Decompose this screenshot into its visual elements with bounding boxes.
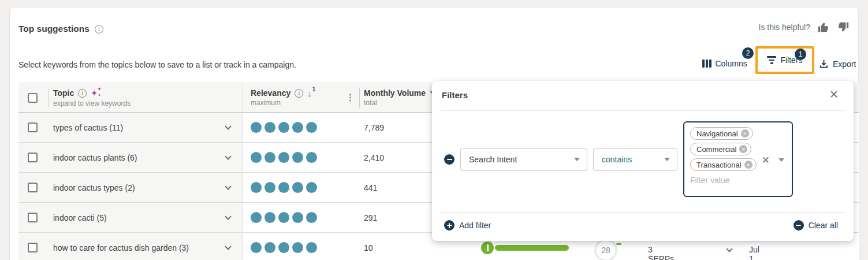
- clear-all-label: Clear all: [809, 221, 838, 230]
- relevancy-dots: [251, 242, 317, 253]
- topic-cell[interactable]: indoor cacti (5): [49, 203, 243, 232]
- relevancy-dots: [251, 182, 317, 193]
- monthly-volume-value: 7,789: [364, 123, 384, 132]
- filter-field-value: Search Intent: [469, 155, 517, 164]
- monthly-volume-value: 10: [364, 243, 373, 252]
- remove-tag-icon[interactable]: [744, 161, 752, 169]
- relevancy-dot: [292, 182, 303, 193]
- caret-down-icon: [574, 158, 580, 161]
- chevron-down-icon[interactable]: [225, 183, 231, 190]
- relevancy-dot: [278, 122, 289, 133]
- remove-filter-rule-button[interactable]: [444, 154, 455, 165]
- topic-header-sublabel: expand to view keywords: [53, 99, 131, 107]
- thumbs-up-icon[interactable]: [817, 21, 830, 34]
- clear-values-icon[interactable]: ✕: [762, 155, 770, 165]
- sort-rank: 1: [312, 87, 316, 92]
- filter-value-tag: Commercial: [690, 143, 751, 155]
- chevron-down-icon[interactable]: [225, 153, 231, 159]
- chevron-down-icon[interactable]: [225, 123, 231, 129]
- kebab-menu-icon[interactable]: [349, 94, 351, 102]
- topic-cell[interactable]: types of cactus (11): [49, 113, 243, 142]
- row-checkbox[interactable]: [28, 213, 38, 222]
- chevron-down-icon[interactable]: [225, 213, 231, 220]
- relevancy-dot: [278, 212, 289, 223]
- topic-label: indoor cactus plants (6): [53, 153, 137, 162]
- topic-label: types of cactus (11): [53, 123, 123, 132]
- export-button[interactable]: Export: [819, 59, 856, 69]
- clear-all-button[interactable]: Clear all: [794, 220, 838, 231]
- row-checkbox[interactable]: [28, 122, 38, 132]
- topic-cell[interactable]: indoor cactus types (2): [49, 173, 243, 202]
- helpful-widget: Is this helpful?: [759, 21, 850, 34]
- relevancy-dot: [278, 242, 289, 253]
- filter-value-tag: Navigational: [690, 127, 753, 140]
- thumbs-down-icon[interactable]: [837, 21, 850, 34]
- relevancy-dot: [251, 182, 262, 193]
- remove-tag-icon[interactable]: [739, 145, 747, 153]
- tag-list: Navigational Commercial Transactional: [690, 127, 786, 171]
- filter-value-tag: Transactional: [690, 158, 757, 171]
- monthly-volume-value: 291: [364, 213, 377, 222]
- caret-down-icon: [664, 158, 670, 161]
- filters-panel-footer: Add filter Clear all: [432, 220, 854, 231]
- tag-label: Navigational: [696, 129, 738, 138]
- monthly-volume-value: 2,410: [364, 153, 384, 162]
- topic-cell[interactable]: how to care for cactus dish garden (3): [49, 233, 243, 260]
- row-checkbox[interactable]: [28, 183, 38, 192]
- relevancy-dot: [251, 212, 262, 223]
- filter-field-select[interactable]: Search Intent: [460, 148, 587, 171]
- relevancy-header-cell: Relevancy ↓1 maximum: [243, 83, 359, 112]
- export-label: Export: [833, 60, 856, 69]
- filter-value-input[interactable]: [690, 176, 759, 185]
- relevancy-header-sublabel: maximum: [251, 99, 315, 107]
- filter-operator-value: contains: [602, 155, 632, 164]
- topic-cell[interactable]: indoor cactus plants (6): [49, 143, 243, 172]
- relevancy-dot: [306, 182, 317, 193]
- divider: [441, 212, 845, 213]
- row-checkbox[interactable]: [28, 153, 38, 162]
- columns-label: Columns: [716, 59, 747, 68]
- row-checkbox-cell: [18, 113, 49, 142]
- relevancy-dot: [265, 242, 275, 253]
- close-icon[interactable]: ✕: [829, 89, 839, 100]
- caret-down-icon[interactable]: [778, 158, 784, 162]
- relevancy-dot: [251, 242, 262, 253]
- score-ring: 28: [594, 239, 617, 260]
- relevancy-dot: [292, 212, 303, 223]
- filter-operator-select[interactable]: contains: [593, 148, 677, 171]
- info-icon[interactable]: [95, 25, 103, 34]
- relevancy-dot: [306, 212, 317, 223]
- topic-label: indoor cactus types (2): [53, 183, 135, 192]
- topic-label: indoor cacti (5): [53, 213, 107, 222]
- columns-icon: [702, 60, 711, 68]
- minus-circle-icon: [794, 220, 804, 231]
- filter-value-multiselect[interactable]: Navigational Commercial Transactional ✕: [683, 121, 793, 197]
- relevancy-cell: [243, 143, 359, 172]
- relevancy-dot: [265, 122, 275, 133]
- add-filter-label: Add filter: [459, 221, 491, 230]
- row-checkbox-cell: [18, 233, 49, 260]
- plus-circle-icon: [444, 220, 455, 231]
- chevron-down-icon[interactable]: [225, 243, 231, 250]
- remove-tag-icon[interactable]: [741, 129, 749, 138]
- tag-label: Transactional: [696, 161, 742, 169]
- columns-button[interactable]: Columns: [702, 59, 747, 68]
- relevancy-dot: [292, 242, 303, 253]
- trend-dash-icon: [616, 243, 621, 245]
- relevancy-dots: [251, 122, 317, 133]
- filters-panel-title: Filters: [442, 90, 468, 100]
- topic-header-label: Topic: [53, 88, 74, 98]
- sort-descending-icon[interactable]: ↓1: [307, 89, 315, 98]
- page-title-text: Top suggestions: [18, 24, 90, 34]
- relevancy-dot: [278, 152, 289, 163]
- topic-info-icon[interactable]: [78, 89, 87, 98]
- row-checkbox[interactable]: [28, 243, 38, 252]
- relevancy-dot: [251, 122, 262, 133]
- relevancy-info-icon[interactable]: [295, 89, 303, 98]
- add-filter-button[interactable]: Add filter: [444, 220, 491, 231]
- relevancy-dot: [306, 242, 317, 253]
- relevancy-cell: [243, 113, 359, 142]
- row-checkbox-cell: [18, 203, 49, 232]
- select-all-checkbox[interactable]: [28, 93, 38, 103]
- tag-label: Commercial: [696, 145, 736, 154]
